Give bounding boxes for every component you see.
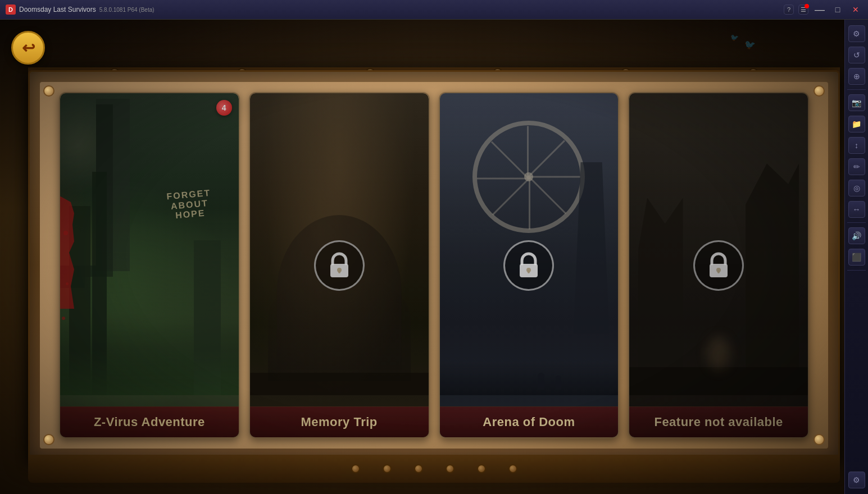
sidebar-btn-8[interactable]: ↔ — [848, 201, 865, 218]
ground-3 — [440, 362, 619, 395]
bird-decoration-2: 🐦 — [730, 34, 739, 42]
cards-container: FORGET ABOUT HOPE 4 Z-Virus Adve — [48, 90, 820, 441]
menu-button[interactable]: ☰ — [798, 4, 808, 15]
sidebar-btn-6[interactable]: ✏ — [848, 158, 865, 175]
minimize-button[interactable]: — — [813, 3, 826, 16]
app-title: Doomsday Last Survivors — [19, 6, 96, 13]
game-area: 🐦 🐦 🐕 ↩ — [0, 20, 868, 494]
bolt-top-left — [43, 85, 54, 97]
board-inner: FORGET ABOUT HOPE 4 Z-Virus Adve — [40, 82, 828, 449]
sidebar-sep-1 — [847, 89, 866, 90]
ferris-wheel-container — [472, 121, 585, 233]
lock-circle-3 — [503, 240, 554, 291]
graffiti-text: FORGET ABOUT HOPE — [166, 187, 213, 221]
card-3-label: Arena of Doom — [440, 406, 619, 437]
spoke-6 — [491, 141, 529, 179]
ruin-left — [638, 198, 683, 370]
bottom-bolt-6 — [508, 464, 517, 473]
spoke-4 — [492, 178, 530, 216]
sidebar-sep-2 — [847, 222, 866, 223]
z-virus-badge: 4 — [216, 100, 232, 116]
bottom-bolt-5 — [477, 464, 486, 473]
hub — [524, 172, 533, 181]
title-bar: D Doomsday Last Survivors 5.8.0.1081 P64… — [0, 0, 868, 20]
close-button[interactable]: ✕ — [849, 3, 862, 16]
card-4-title: Feature not available — [654, 415, 783, 429]
svg-rect-4 — [338, 270, 340, 273]
bottom-bolt-1 — [351, 464, 360, 473]
sidebar-btn-7[interactable]: ◎ — [848, 180, 865, 196]
sidebar-btn-4[interactable]: 📁 — [848, 116, 865, 132]
lock-circle-4 — [693, 240, 744, 291]
card-1-title: Z-Virus Adventure — [94, 415, 205, 429]
spoke-7 — [527, 126, 529, 178]
card-2-title: Memory Trip — [301, 415, 377, 429]
sidebar-settings-btn[interactable]: ⚙ — [848, 472, 865, 488]
arena-lock — [503, 240, 554, 291]
app-version: 5.8.0.1081 P64 (Beta) — [99, 7, 154, 13]
notification-dot — [805, 4, 809, 8]
sidebar-btn-9[interactable]: 🔊 — [848, 227, 865, 244]
back-arrow-icon: ↩ — [22, 39, 35, 57]
sidebar-btn-1[interactable]: ↺ — [848, 47, 865, 63]
svg-rect-10 — [717, 270, 720, 273]
spoke-1 — [529, 176, 580, 178]
badge-count: 4 — [222, 103, 226, 112]
bottom-bolt-4 — [446, 464, 455, 473]
bottom-frame-bar — [28, 455, 840, 483]
sidebar-right: ⚙ ↺ ⊕ 📷 📁 ↕ ✏ ◎ ↔ 🔊 ⬛ ⚙ — [844, 20, 868, 494]
ruin-right — [746, 163, 799, 370]
bird-decoration: 🐦 — [744, 39, 756, 50]
bolt-bottom-right — [814, 434, 825, 445]
bolt-top-right — [814, 85, 825, 97]
card-arena-of-doom[interactable]: Arena of Doom — [439, 92, 620, 438]
ground-foliage — [60, 350, 239, 395]
lock-icon-4-svg — [706, 251, 731, 280]
help-button[interactable]: ? — [784, 4, 794, 15]
spoke-5 — [477, 178, 529, 180]
feature-lock — [693, 240, 744, 291]
card-feature-not-available[interactable]: Feature not available — [628, 92, 809, 438]
card-3-title: Arena of Doom — [483, 415, 575, 429]
figure-2 — [556, 376, 561, 390]
spoke-8 — [528, 140, 565, 177]
sidebar-btn-3[interactable]: 📷 — [848, 94, 865, 111]
light-effect — [707, 336, 730, 370]
spoke-2 — [529, 176, 566, 214]
card-z-virus-adventure[interactable]: FORGET ABOUT HOPE 4 Z-Virus Adve — [59, 92, 240, 438]
svg-rect-7 — [528, 270, 530, 273]
card-memory-trip[interactable]: Memory Trip — [249, 92, 430, 438]
ferris-outer-ring — [472, 121, 585, 233]
maximize-button[interactable]: □ — [831, 3, 844, 16]
figure-1 — [538, 373, 544, 390]
lock-icon-3-svg — [516, 251, 541, 280]
bottom-bolt-2 — [383, 464, 392, 473]
sidebar-sep-3 — [847, 270, 866, 271]
board-frame: FORGET ABOUT HOPE 4 Z-Virus Adve — [28, 70, 840, 460]
sidebar-btn-5[interactable]: ↕ — [848, 137, 865, 154]
card-4-label: Feature not available — [629, 406, 808, 437]
card-1-label: Z-Virus Adventure — [60, 406, 239, 437]
memory-trip-lock — [314, 240, 365, 291]
card-2-label: Memory Trip — [250, 406, 429, 437]
ground-4 — [629, 367, 808, 395]
card-1-background: FORGET ABOUT HOPE — [60, 93, 239, 437]
sidebar-btn-10[interactable]: ⬛ — [848, 249, 865, 266]
svg-text:D: D — [8, 6, 13, 13]
bolt-bottom-left — [43, 434, 54, 445]
ground-2 — [250, 373, 429, 395]
bottom-bolt-3 — [414, 464, 423, 473]
sidebar-btn-2[interactable]: ⊕ — [848, 68, 865, 85]
sidebar-btn-0[interactable]: ⚙ — [848, 25, 865, 42]
app-icon: D — [6, 4, 16, 15]
lock-icon-svg — [327, 251, 352, 280]
spoke-3 — [529, 178, 530, 230]
window-controls: ? ☰ — □ ✕ — [784, 3, 862, 16]
back-button[interactable]: ↩ — [11, 31, 45, 65]
lock-circle — [314, 240, 365, 291]
